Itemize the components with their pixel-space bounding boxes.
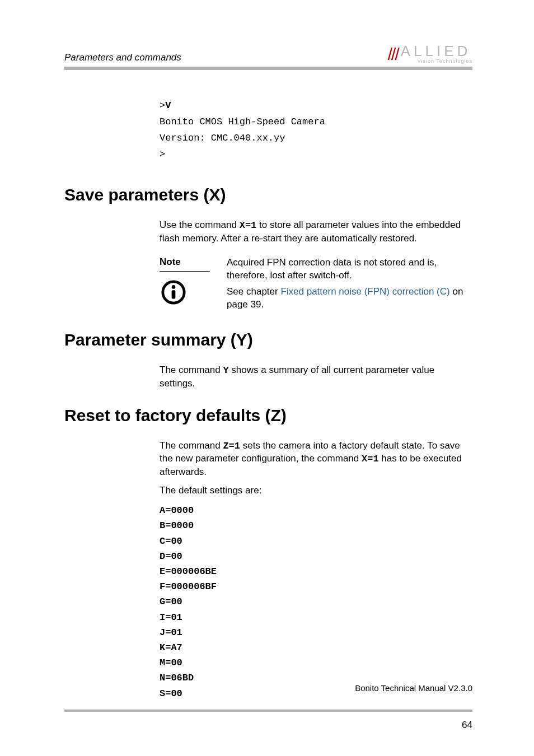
header-divider [64,67,472,70]
svg-rect-2 [172,290,176,298]
note-text-2: See chapter Fixed pattern noise (FPN) co… [227,286,472,311]
terminal-output: >V Bonito CMOS High-Speed Camera Version… [160,98,472,163]
heading-save-parameters: Save parameters (X) [64,185,472,204]
summary-para: The command Y shows a summary of all cur… [160,364,472,390]
cross-reference-link[interactable]: Fixed pattern noise (FPN) correction (C) [280,286,449,297]
info-icon [161,279,186,305]
footer-doc-title: Bonito Technical Manual V2.3.0 [64,683,472,693]
heading-parameter-summary: Parameter summary (Y) [64,330,472,349]
page-number: 64 [64,720,472,731]
page-footer: Bonito Technical Manual V2.3.0 64 [64,680,472,731]
footer-divider [64,710,472,712]
brand-logo: /// ALLIED Vision Technologies [388,45,472,63]
save-para-1: Use the command X=1 to store all paramet… [160,219,472,245]
heading-reset-defaults: Reset to factory defaults (Z) [64,406,472,425]
reset-para-1: The command Z=1 sets the camera into a f… [160,440,472,479]
logo-sub-text: Vision Technologies [418,59,472,63]
logo-main-text: ALLIED [401,43,471,59]
default-settings-list: A=0000 B=0000 C=00 D=00 E=000006BE F=000… [160,503,472,701]
note-text-1: Acquired FPN correction data is not stor… [227,256,472,282]
logo-slashes-icon: /// [388,46,399,63]
note-block: Note Acquired FPN correction data is not… [160,256,472,315]
note-label: Note [160,256,210,272]
header-section-title: Parameters and commands [64,52,181,63]
svg-point-1 [172,285,176,289]
page-header: Parameters and commands /// ALLIED Visio… [64,45,472,63]
reset-para-2: The default settings are: [160,484,472,497]
